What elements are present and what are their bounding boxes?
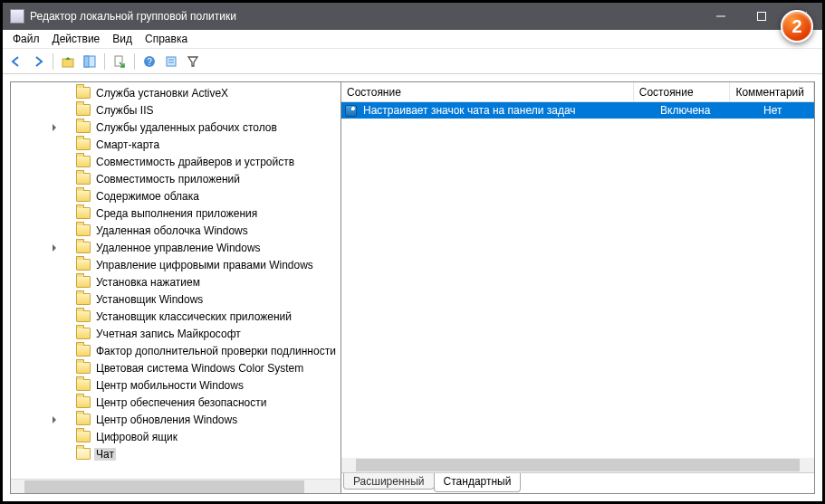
help-button[interactable]: ? (139, 52, 159, 71)
menu-view[interactable]: Вид (106, 31, 139, 47)
toolbar-separator (104, 53, 105, 70)
column-header-state[interactable]: Состояние (634, 82, 731, 101)
tree-item[interactable]: Чат (11, 445, 341, 462)
maximize-button[interactable] (741, 3, 782, 30)
tree-item[interactable]: Центр обеспечения безопасности (11, 394, 341, 411)
expander-icon (49, 432, 60, 442)
tree-item-label: Совместимость драйверов и устройств (94, 156, 296, 168)
up-button[interactable] (58, 52, 78, 71)
svg-rect-1 (757, 13, 765, 21)
cell-comment: Нет (758, 104, 814, 117)
tree-item-label: Смарт-карта (94, 138, 161, 151)
expander-icon (49, 88, 60, 99)
tree-item[interactable]: Управление цифровыми правами Windows (11, 256, 341, 273)
expander-icon (49, 449, 60, 460)
tree-item-label: Службы IIS (94, 104, 155, 117)
tree-item-label: Служба установки ActiveX (94, 87, 230, 100)
folder-icon (76, 293, 91, 305)
tree-item[interactable]: Служба установки ActiveX (11, 84, 341, 101)
tree-view[interactable]: Служба установки ActiveXСлужбы IISСлужбы… (11, 82, 341, 479)
expander-icon[interactable] (49, 414, 60, 425)
expander-icon (49, 157, 60, 167)
cell-state: Включена (655, 104, 758, 117)
toolbar: ? (3, 49, 822, 74)
tree-item[interactable]: Установщик Windows (11, 290, 341, 308)
tree-item[interactable]: Цифровой ящик (11, 428, 341, 445)
tree-item[interactable]: Цветовая система Windows Color System (11, 359, 341, 376)
folder-icon (76, 414, 91, 425)
tree-item[interactable]: Центр обновления Windows (11, 411, 341, 428)
folder-icon (76, 224, 91, 236)
expander-icon[interactable] (49, 242, 60, 253)
column-header-comment[interactable]: Комментарий (730, 82, 814, 101)
tree-item-label: Фактор дополнительной проверки подлиннос… (94, 345, 338, 357)
tree-item[interactable]: Среда выполнения приложения (11, 204, 341, 222)
tree-item[interactable]: Смарт-карта (11, 136, 341, 153)
folder-icon (76, 138, 91, 150)
details-pane: Состояние Состояние Комментарий Настраив… (341, 82, 814, 493)
folder-icon (76, 448, 91, 460)
annotation-badge: 2 (781, 10, 813, 43)
properties-button[interactable] (161, 52, 181, 71)
tree-item-label: Управление цифровыми правами Windows (94, 259, 315, 271)
column-header-name[interactable]: Состояние (341, 82, 634, 101)
window-title: Редактор локальной групповой политики (30, 10, 236, 23)
forward-button[interactable] (28, 52, 48, 71)
svg-rect-10 (167, 57, 176, 66)
menu-file[interactable]: Файл (6, 31, 46, 47)
back-button[interactable] (6, 52, 26, 71)
expander-icon (49, 397, 60, 408)
folder-icon (76, 259, 91, 271)
tab-extended[interactable]: Расширенный (343, 473, 435, 490)
tree-item[interactable]: Содержимое облака (11, 187, 341, 204)
policy-setting-icon (345, 105, 357, 117)
splitter: Служба установки ActiveXСлужбы IISСлужбы… (10, 81, 815, 494)
tree-item[interactable]: Удаленное управление Windows (11, 239, 341, 256)
expander-icon (49, 277, 60, 288)
horizontal-scrollbar[interactable] (11, 479, 341, 493)
tree-item-label: Центр мобильности Windows (94, 379, 245, 392)
tree-pane: Служба установки ActiveXСлужбы IISСлужбы… (11, 82, 341, 493)
cell-name: Настраивает значок чата на панели задач (358, 104, 655, 117)
tree-item[interactable]: Совместимость драйверов и устройств (11, 153, 341, 170)
menu-help[interactable]: Справка (139, 31, 194, 47)
tab-standard[interactable]: Стандартный (434, 473, 522, 492)
tree-item[interactable]: Установка нажатием (11, 273, 341, 290)
horizontal-scrollbar[interactable] (341, 458, 814, 472)
setting-icon-cell (341, 105, 358, 117)
tree-item[interactable]: Учетная запись Майкрософт (11, 325, 341, 342)
tree-item-label: Чат (94, 448, 116, 461)
list-row[interactable]: Настраивает значок чата на панели задачВ… (341, 102, 814, 119)
tree-item-label: Установщик Windows (94, 293, 205, 306)
scrollbar-thumb[interactable] (24, 480, 304, 493)
folder-icon (76, 190, 91, 202)
tree-item[interactable]: Службы удаленных рабочих столов (11, 119, 341, 136)
folder-icon (76, 396, 91, 408)
tree-item-label: Цифровой ящик (94, 431, 179, 443)
expander-icon[interactable] (49, 122, 60, 133)
tree-item[interactable]: Установщик классических приложений (11, 308, 341, 325)
tree-item-label: Установщик классических приложений (94, 310, 293, 323)
toolbar-separator (134, 53, 135, 70)
svg-text:?: ? (147, 57, 152, 67)
scrollbar-thumb[interactable] (356, 459, 800, 471)
toolbar-separator (53, 53, 53, 70)
minimize-button[interactable] (700, 3, 741, 30)
tree-item[interactable]: Фактор дополнительной проверки подлиннос… (11, 342, 341, 359)
show-hide-tree-button[interactable] (80, 52, 100, 71)
tree-item-label: Содержимое облака (94, 190, 201, 203)
tree-item[interactable]: Службы IIS (11, 101, 341, 119)
expander-icon (49, 380, 60, 391)
tree-item[interactable]: Совместимость приложений (11, 170, 341, 187)
tree-item-label: Учетная запись Майкрософт (94, 328, 243, 340)
tree-item[interactable]: Удаленная оболочка Windows (11, 222, 341, 239)
export-button[interactable] (110, 52, 130, 71)
list-body: Настраивает значок чата на панели задачВ… (341, 102, 814, 119)
tree-item[interactable]: Центр мобильности Windows (11, 376, 341, 394)
folder-icon (76, 431, 91, 442)
tree-item-label: Центр обновления Windows (94, 414, 239, 426)
tree-item-label: Удаленное управление Windows (94, 242, 263, 254)
menu-action[interactable]: Действие (46, 31, 107, 47)
folder-icon (76, 87, 91, 99)
filter-button[interactable] (183, 52, 203, 71)
